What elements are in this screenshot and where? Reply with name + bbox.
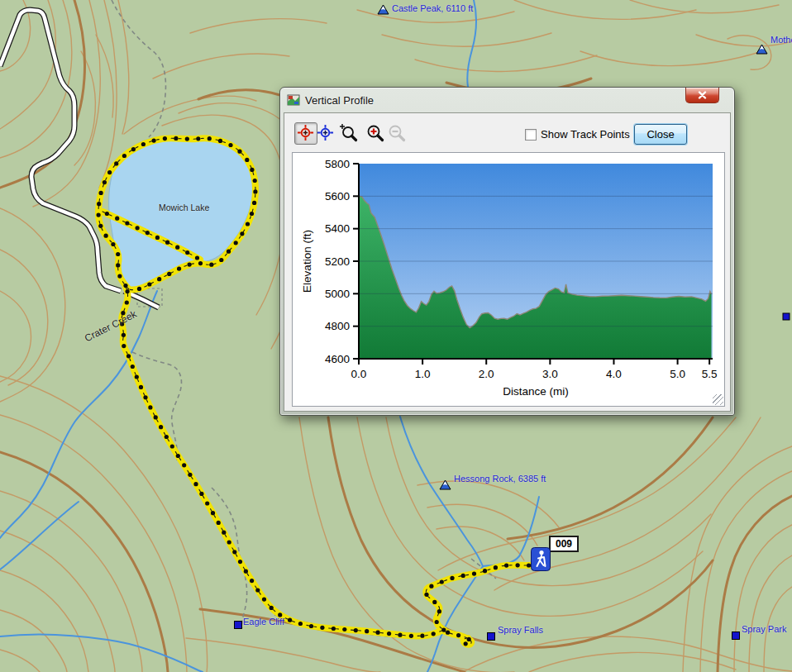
zoom-in-icon[interactable] <box>365 123 384 145</box>
svg-text:Elevation (ft): Elevation (ft) <box>301 230 313 293</box>
close-button[interactable]: Close <box>634 124 687 145</box>
hiker-icon[interactable] <box>531 547 551 574</box>
dialog-title: Vertical Profile <box>305 94 374 107</box>
svg-text:4800: 4800 <box>325 320 350 332</box>
dialog-client-area: Show Track Points Close 4600480050005200… <box>284 112 731 412</box>
svg-text:5.0: 5.0 <box>670 368 685 380</box>
checkbox-label: Show Track Points <box>541 128 630 141</box>
map-label-eagle-cliff: Eagle Cliff <box>243 617 284 627</box>
show-track-points-checkbox[interactable]: Show Track Points <box>525 128 630 141</box>
summit-icon[interactable] <box>377 3 389 18</box>
svg-text:5600: 5600 <box>325 190 350 203</box>
svg-text:1.0: 1.0 <box>415 368 431 380</box>
waypoint-square-icon[interactable] <box>732 631 740 640</box>
zoom-region-icon[interactable] <box>339 123 358 145</box>
svg-text:Distance (mi): Distance (mi) <box>503 385 569 398</box>
summit-icon[interactable] <box>439 479 451 493</box>
map-label-spray-park: Spray Park <box>742 624 786 634</box>
close-button-label: Close <box>646 128 674 141</box>
svg-text:5000: 5000 <box>325 288 350 300</box>
mapsource-screen: Castle Peak, 6110 ft Mother Mowich Lake … <box>0 0 792 672</box>
summit-icon[interactable] <box>756 43 768 58</box>
app-window-icon <box>287 93 300 107</box>
waypoint-square-icon[interactable] <box>487 632 495 641</box>
map-label-mowich-lake: Mowich Lake <box>159 203 209 212</box>
resize-grip[interactable] <box>713 394 723 405</box>
route-number-badge: 009 <box>549 536 579 552</box>
svg-text:0.0: 0.0 <box>351 368 367 380</box>
crosshair-red-icon <box>297 124 314 145</box>
svg-text:5.5: 5.5 <box>702 368 718 380</box>
waypoint-square-icon[interactable] <box>783 313 790 320</box>
crosshair-blue-icon[interactable] <box>317 124 334 145</box>
map-label-spray-falls: Spray Falls <box>498 625 543 635</box>
close-window-button[interactable] <box>685 88 719 103</box>
zoom-out-icon[interactable] <box>387 123 406 145</box>
svg-text:3.0: 3.0 <box>542 368 558 380</box>
waypoint-square-icon[interactable] <box>234 621 242 629</box>
svg-text:5200: 5200 <box>325 255 350 268</box>
svg-text:4.0: 4.0 <box>606 368 622 380</box>
svg-text:4600: 4600 <box>325 353 350 365</box>
map-label-hessong-rock: Hessong Rock, 6385 ft <box>454 474 546 484</box>
map-label-mother: Mother <box>771 35 792 45</box>
svg-text:5400: 5400 <box>325 222 350 235</box>
svg-text:2.0: 2.0 <box>479 368 494 380</box>
elevation-profile-chart[interactable]: 46004800500052005400560058000.01.02.03.0… <box>293 153 724 406</box>
checkbox-box[interactable] <box>525 129 537 141</box>
svg-text:5800: 5800 <box>325 158 350 170</box>
dialog-titlebar[interactable]: Vertical Profile <box>280 88 734 112</box>
close-icon <box>698 91 707 99</box>
map-label-castle-peak: Castle Peak, 6110 ft <box>392 3 473 13</box>
elevation-chart-panel[interactable]: 46004800500052005400560058000.01.02.03.0… <box>292 152 725 407</box>
vertical-profile-dialog: Vertical Profile <box>279 87 735 416</box>
